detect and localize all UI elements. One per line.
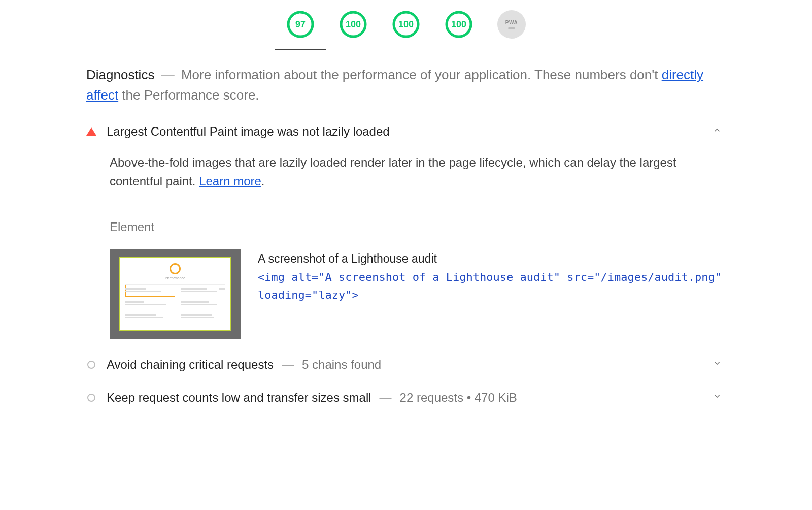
element-code-snippet: <img alt="A screenshot of a Lighthouse a…: [258, 268, 726, 304]
audit-subtitle: 5 chains found: [302, 358, 381, 372]
diagnostics-header: Diagnostics — More information about the…: [86, 65, 726, 115]
chevron-up-icon: [708, 125, 726, 137]
score-gauge-2[interactable]: 100: [339, 10, 367, 39]
audit-header-row[interactable]: Keep request counts low and transfer siz…: [86, 391, 726, 405]
element-info: A screenshot of a Lighthouse audit <img …: [258, 249, 726, 304]
score-value: 100: [392, 10, 420, 39]
score-gauge-4[interactable]: 100: [445, 10, 473, 39]
audit-title: Largest Contentful Paint image was not l…: [107, 124, 698, 139]
element-caption: A screenshot of a Lighthouse audit: [258, 249, 726, 268]
audit-subtitle: 22 requests • 470 KiB: [400, 391, 517, 405]
diagnostics-desc-post: the Performance score.: [118, 87, 259, 103]
chevron-down-icon: [708, 359, 726, 370]
score-gauge-performance[interactable]: 97: [286, 10, 315, 39]
audit-title-text: Keep request counts low and transfer siz…: [107, 391, 371, 405]
element-column-header: Element: [110, 220, 726, 234]
audit-description: Above-the-fold images that are lazily lo…: [110, 153, 726, 190]
score-value: 97: [286, 10, 315, 39]
score-gauge-3[interactable]: 100: [392, 10, 420, 39]
pwa-dash-icon: [508, 27, 515, 29]
chevron-down-icon: [708, 392, 726, 403]
audit-request-counts: Keep request counts low and transfer siz…: [86, 381, 726, 414]
audit-body: Above-the-fold images that are lazily lo…: [86, 139, 726, 339]
diagnostics-title: Diagnostics: [86, 67, 154, 82]
learn-more-link[interactable]: Learn more: [199, 174, 261, 188]
pwa-label: PWA: [505, 20, 518, 25]
info-circle-icon: [86, 394, 96, 402]
score-tabs: 97 100 100 100 PWA: [0, 0, 812, 50]
score-value: 100: [445, 10, 473, 39]
info-circle-icon: [86, 361, 96, 369]
audit-chaining-critical-requests: Avoid chaining critical requests — 5 cha…: [86, 348, 726, 381]
audit-header-row[interactable]: Largest Contentful Paint image was not l…: [86, 124, 726, 139]
element-thumbnail: Performance: [110, 249, 241, 339]
diagnostics-section: Diagnostics — More information about the…: [86, 50, 726, 414]
pwa-badge[interactable]: PWA: [497, 10, 526, 39]
score-value: 100: [339, 10, 367, 39]
audit-header-row[interactable]: Avoid chaining critical requests — 5 cha…: [86, 358, 726, 372]
element-row: Performance A screenshot of a Lighthouse…: [110, 249, 726, 339]
audit-lcp-lazy-load: Largest Contentful Paint image was not l…: [86, 115, 726, 348]
audit-title-text: Avoid chaining critical requests: [107, 358, 274, 372]
diagnostics-desc-pre: More information about the performance o…: [181, 67, 662, 82]
warning-triangle-icon: [86, 128, 96, 136]
